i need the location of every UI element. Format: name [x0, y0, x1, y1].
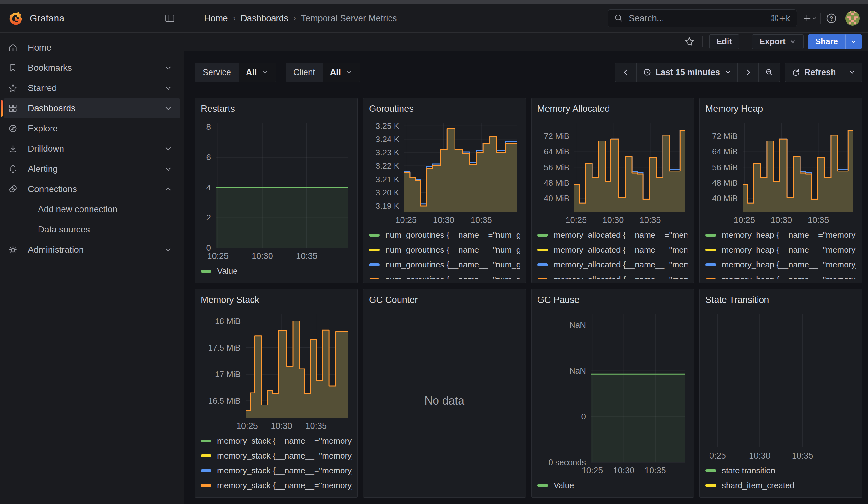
- filter-bar: Service All Client All: [184, 63, 868, 82]
- panel-title[interactable]: State Transition: [705, 295, 856, 309]
- memory-allocated-chart[interactable]: 40 MiB48 MiB56 MiB64 MiB72 MiB10:2510:30…: [537, 117, 688, 226]
- legend-label: memory_allocated {__name__="memo: [554, 260, 688, 270]
- export-button[interactable]: Export: [752, 34, 803, 49]
- sidebar-item-starred[interactable]: Starred: [4, 78, 180, 98]
- sidebar-item-home[interactable]: Home: [4, 38, 180, 58]
- gear-icon: [8, 245, 18, 255]
- edit-button[interactable]: Edit: [709, 34, 739, 49]
- legend-item[interactable]: memory_stack {__name__="memory_s: [201, 463, 352, 478]
- service-filter-value[interactable]: All: [239, 63, 276, 82]
- time-range-button[interactable]: Last 15 minutes: [636, 63, 738, 82]
- legend-label: memory_stack {__name__="memory_s: [217, 451, 352, 461]
- legend-item[interactable]: memory_heap {__name__="memory_h: [705, 272, 856, 278]
- panel-title[interactable]: Memory Allocated: [537, 104, 688, 117]
- share-button[interactable]: Share: [808, 34, 845, 49]
- breadcrumb-separator: ›: [233, 13, 236, 23]
- panel-title[interactable]: Memory Stack: [201, 295, 352, 309]
- legend-swatch: [705, 469, 716, 472]
- panel-title[interactable]: GC Counter: [369, 295, 520, 309]
- legend-item[interactable]: memory_stack {__name__="memory_s: [201, 434, 352, 449]
- sidebar-collapse-icon[interactable]: [163, 11, 177, 25]
- refresh-button[interactable]: Refresh: [785, 63, 843, 82]
- legend-swatch: [537, 484, 548, 487]
- refresh-interval-button[interactable]: [842, 63, 862, 82]
- legend-item[interactable]: state transition: [705, 463, 856, 478]
- legend-swatch: [369, 234, 380, 237]
- legend-swatch: [201, 440, 211, 442]
- sidebar-item-label: Data sources: [38, 225, 90, 235]
- legend-item[interactable]: shard_item_created: [705, 478, 856, 493]
- star-icon: [8, 83, 18, 93]
- breadcrumb-dashboards[interactable]: Dashboards: [240, 13, 288, 23]
- time-range-label: Last 15 minutes: [655, 68, 720, 78]
- legend-item[interactable]: num_goroutines {__name__="num_go: [369, 257, 520, 272]
- panel-memory-stack: Memory Stack 16.5 MiB17 MiB17.5 MiB18 Mi…: [195, 289, 358, 498]
- legend-swatch: [201, 469, 211, 472]
- angle-right-icon: [744, 68, 752, 76]
- panel-title[interactable]: Restarts: [201, 104, 352, 117]
- share-dropdown-button[interactable]: [845, 34, 862, 49]
- sidebar-item-bookmarks[interactable]: Bookmarks: [4, 58, 180, 78]
- time-back-button[interactable]: [615, 63, 637, 82]
- legend-item[interactable]: memory_heap {__name__="memory_h: [705, 257, 856, 272]
- legend-item[interactable]: memory_heap {__name__="memory_h: [705, 228, 856, 243]
- bell-icon: [8, 164, 18, 174]
- memory-stack-chart[interactable]: 16.5 MiB17 MiB17.5 MiB18 MiB10:2510:3010…: [201, 309, 352, 432]
- legend-label: memory_allocated {__name__="memo: [554, 245, 688, 255]
- no-data-message: No data: [369, 309, 520, 493]
- breadcrumb-home[interactable]: Home: [204, 13, 228, 23]
- zoom-out-button[interactable]: [758, 63, 780, 82]
- sidebar-item-add-new-connection[interactable]: Add new connection: [4, 199, 180, 219]
- service-filter[interactable]: Service All: [195, 63, 276, 82]
- sidebar-item-data-sources[interactable]: Data sources: [4, 219, 180, 240]
- divider: [702, 36, 703, 47]
- sidebar-item-alerting[interactable]: Alerting: [4, 159, 180, 179]
- legend: memory_allocated {__name__="memomemory_a…: [537, 228, 688, 278]
- legend-item[interactable]: memory_allocated {__name__="memo: [537, 257, 688, 272]
- legend-item[interactable]: memory_heap {__name__="memory_h: [705, 243, 856, 257]
- legend-item[interactable]: memory_allocated {__name__="memo: [537, 228, 688, 243]
- sidebar-item-label: Dashboards: [28, 103, 75, 113]
- search-input[interactable]: Search... ⌘+k: [608, 10, 797, 27]
- panel-title[interactable]: Memory Heap: [705, 104, 856, 117]
- panel-title[interactable]: Goroutines: [369, 104, 520, 117]
- legend-item[interactable]: memory_allocated {__name__="memo: [537, 272, 688, 278]
- client-filter[interactable]: Client All: [286, 63, 360, 82]
- client-filter-value[interactable]: All: [323, 63, 360, 82]
- legend-swatch: [369, 263, 380, 266]
- sidebar-item-dashboards[interactable]: Dashboards: [4, 98, 180, 119]
- sidebar-item-connections[interactable]: Connections: [4, 179, 180, 199]
- state-transition-chart[interactable]: 0:2510:3010:35: [705, 309, 856, 462]
- panel-restarts: Restarts 0246810:2510:3010:35 Value: [195, 97, 358, 283]
- panel-title[interactable]: GC Pause: [537, 295, 688, 309]
- user-avatar[interactable]: [845, 11, 860, 25]
- panel-state-transition: State Transition 0:2510:3010:35 state tr…: [700, 289, 862, 498]
- chevron-down-icon: [164, 165, 172, 173]
- restarts-chart[interactable]: 0246810:2510:3010:35: [201, 117, 352, 263]
- legend-item[interactable]: memory_allocated {__name__="memo: [537, 243, 688, 257]
- refresh-label: Refresh: [804, 68, 836, 78]
- memory-heap-chart[interactable]: 40 MiB48 MiB56 MiB64 MiB72 MiB10:2510:30…: [705, 117, 856, 226]
- sidebar-item-label: Drilldown: [28, 144, 64, 154]
- time-forward-button[interactable]: [737, 63, 759, 82]
- legend-item[interactable]: num_goroutines {__name__="num_go: [369, 243, 520, 257]
- goroutines-chart[interactable]: 3.19 K3.20 K3.21 K3.22 K3.23 K3.24 K3.25…: [369, 117, 520, 226]
- help-button[interactable]: ?: [824, 11, 839, 25]
- main-area: Home › Dashboards › Temporal Server Metr…: [184, 4, 868, 504]
- time-controls: Last 15 minutes Refresh: [615, 63, 862, 82]
- legend-label: memory_heap {__name__="memory_h: [722, 260, 856, 270]
- legend-item[interactable]: Value: [537, 478, 688, 493]
- star-dashboard-button[interactable]: [683, 35, 696, 48]
- sidebar-item-administration[interactable]: Administration: [4, 240, 180, 260]
- panel-gc-pause: GC Pause 0 seconds0NaNNaN10:2510:3010:35…: [531, 289, 694, 498]
- add-new-button[interactable]: [803, 11, 817, 25]
- gc-pause-chart[interactable]: 0 seconds0NaNNaN10:2510:3010:35: [537, 309, 688, 477]
- sidebar-item-drilldown[interactable]: Drilldown: [4, 138, 180, 159]
- legend-item[interactable]: memory_stack {__name__="memory_s: [201, 449, 352, 463]
- legend-item[interactable]: num_goroutines {__name__="num_go: [369, 272, 520, 278]
- sidebar-item-explore[interactable]: Explore: [4, 119, 180, 138]
- chevron-down-icon: [345, 69, 353, 76]
- legend-item[interactable]: memory_stack {__name__="memory_s: [201, 478, 352, 493]
- legend-item[interactable]: Value: [201, 264, 352, 278]
- legend-item[interactable]: num_goroutines {__name__="num_go: [369, 228, 520, 243]
